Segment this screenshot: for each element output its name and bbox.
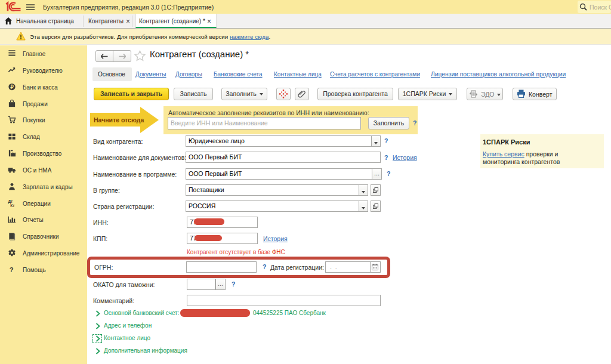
svg-text:₽: ₽ <box>10 84 14 90</box>
svg-text:?: ? <box>10 266 14 273</box>
svg-text:Кт: Кт <box>10 203 15 208</box>
